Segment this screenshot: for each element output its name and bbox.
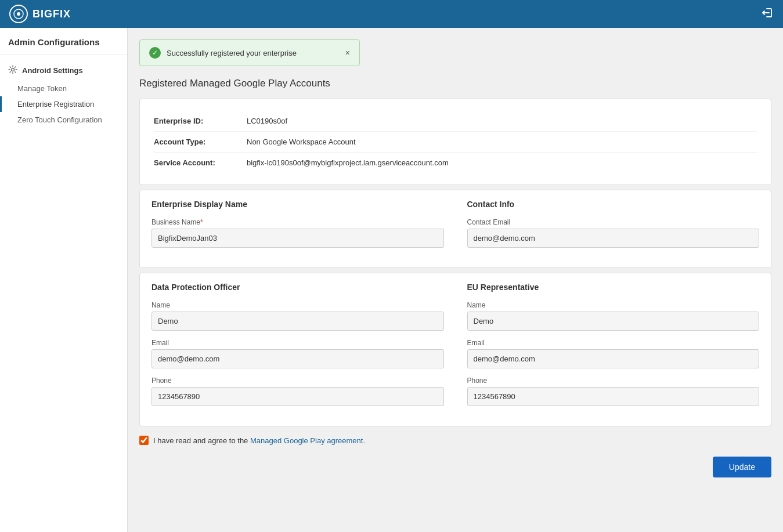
- dpo-email-group: Email: [151, 339, 444, 368]
- enterprise-id-row: Enterprise ID: LC0190s0of: [154, 111, 757, 132]
- logo-icon: [9, 5, 28, 23]
- eu-rep-header: EU Representative: [467, 283, 760, 294]
- display-name-column: Enterprise Display Name Business Name*: [151, 200, 444, 256]
- logo: BIGFIX: [9, 5, 71, 23]
- contact-email-label: Contact Email: [467, 218, 760, 226]
- check-icon: ✓: [149, 47, 161, 59]
- agreement-checkbox[interactable]: [139, 436, 149, 445]
- contact-email-input[interactable]: [467, 229, 760, 248]
- footer-actions: Update: [139, 451, 771, 483]
- gear-icon: [8, 65, 17, 76]
- contact-email-group: Contact Email: [467, 218, 760, 248]
- dpo-phone-input[interactable]: [151, 387, 444, 406]
- eu-email-group: Email: [467, 339, 760, 368]
- dpo-column: Data Protection Officer Name Email Phone: [151, 283, 444, 414]
- account-type-value: Non Google Workspace Account: [247, 137, 356, 146]
- contact-info-header: Contact Info: [467, 200, 760, 211]
- dpo-phone-group: Phone: [151, 377, 444, 406]
- dpo-name-label: Name: [151, 301, 444, 309]
- account-type-label: Account Type:: [154, 137, 247, 146]
- dpo-phone-label: Phone: [151, 377, 444, 385]
- eu-phone-input[interactable]: [467, 387, 760, 406]
- app-header: BIGFIX: [0, 0, 783, 28]
- android-settings-label: Android Settings: [22, 66, 83, 75]
- eu-email-label: Email: [467, 339, 760, 347]
- svg-point-2: [12, 68, 15, 71]
- business-name-input[interactable]: [151, 229, 444, 248]
- success-alert: ✓ Successfully registered your enterpris…: [139, 39, 360, 66]
- sidebar-section: Android Settings Manage Token Enterprise…: [0, 55, 127, 133]
- page-title: Admin Configurations: [0, 28, 127, 55]
- display-contact-section: Enterprise Display Name Business Name* C…: [139, 190, 771, 268]
- enterprise-info-card: Enterprise ID: LC0190s0of Account Type: …: [139, 99, 771, 185]
- agreement-label: I have read and agree to the Managed Goo…: [153, 436, 365, 445]
- sidebar-item-zero-touch[interactable]: Zero Touch Configuration: [0, 112, 127, 128]
- eu-phone-label: Phone: [467, 377, 760, 385]
- sidebar-item-manage-token[interactable]: Manage Token: [0, 81, 127, 96]
- svg-point-1: [17, 12, 20, 16]
- business-name-label: Business Name*: [151, 218, 444, 226]
- logo-text: BIGFIX: [33, 8, 71, 20]
- service-account-label: Service Account:: [154, 158, 247, 167]
- alert-close-button[interactable]: ×: [345, 48, 350, 57]
- dpo-eu-section: Data Protection Officer Name Email Phone: [139, 273, 771, 426]
- update-button[interactable]: Update: [713, 457, 771, 477]
- eu-rep-column: EU Representative Name Email Phone: [467, 283, 760, 414]
- dpo-email-label: Email: [151, 339, 444, 347]
- contact-info-column: Contact Info Contact Email: [467, 200, 760, 256]
- dpo-name-input[interactable]: [151, 312, 444, 331]
- account-type-row: Account Type: Non Google Workspace Accou…: [154, 132, 757, 153]
- dpo-header: Data Protection Officer: [151, 283, 444, 294]
- sidebar: Admin Configurations Android Settings Ma…: [0, 28, 128, 532]
- agreement-link[interactable]: Managed Google Play agreement.: [250, 436, 365, 445]
- dpo-name-group: Name: [151, 301, 444, 331]
- business-name-group: Business Name*: [151, 218, 444, 248]
- section-title: Registered Managed Google Play Accounts: [139, 78, 771, 89]
- service-account-row: Service Account: bigfix-lc0190s0of@mybig…: [154, 153, 757, 173]
- eu-name-label: Name: [467, 301, 760, 309]
- main-content: ✓ Successfully registered your enterpris…: [128, 28, 783, 532]
- logout-icon[interactable]: [761, 6, 774, 22]
- agreement-row: I have read and agree to the Managed Goo…: [139, 436, 771, 445]
- eu-name-group: Name: [467, 301, 760, 331]
- alert-message: Successfully registered your enterprise: [167, 49, 297, 57]
- eu-email-input[interactable]: [467, 349, 760, 368]
- service-account-value: bigfix-lc0190s0of@mybigfixproject.iam.gs…: [247, 158, 449, 167]
- eu-phone-group: Phone: [467, 377, 760, 406]
- dpo-email-input[interactable]: [151, 349, 444, 368]
- eu-name-input[interactable]: [467, 312, 760, 331]
- display-name-header: Enterprise Display Name: [151, 200, 444, 211]
- sidebar-section-android: Android Settings: [0, 60, 127, 81]
- enterprise-id-value: LC0190s0of: [247, 117, 287, 125]
- enterprise-id-label: Enterprise ID:: [154, 117, 247, 125]
- sidebar-item-enterprise-registration[interactable]: Enterprise Registration: [0, 96, 127, 112]
